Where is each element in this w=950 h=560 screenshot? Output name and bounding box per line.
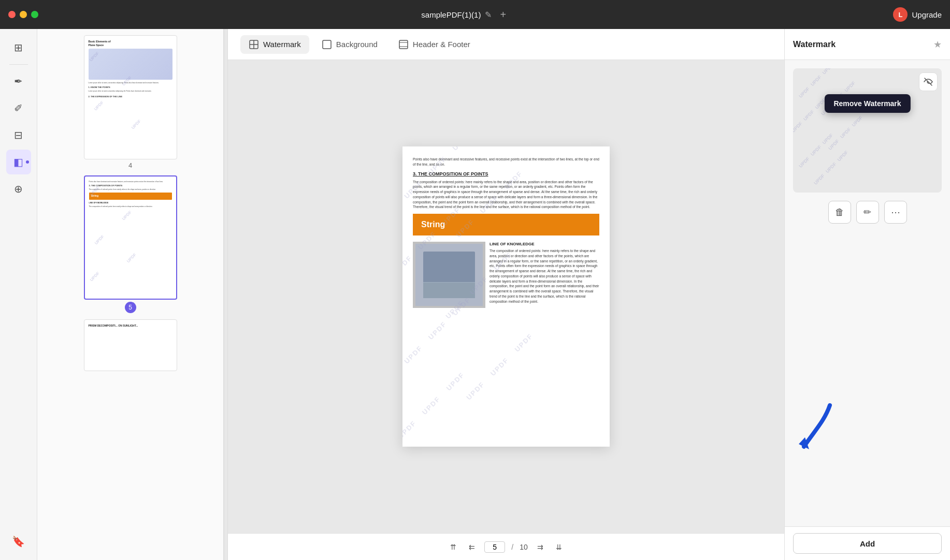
tab-watermark[interactable]: Watermark bbox=[240, 35, 309, 54]
thumbnail-img-5: Points also have dominant and recessive … bbox=[84, 175, 177, 300]
thumbnail-5[interactable]: Points also have dominant and recessive … bbox=[79, 175, 182, 313]
document-title: samplePDF(1)(1) bbox=[421, 10, 481, 19]
pdf-article-title: LINE OF KNOWLEDGE bbox=[490, 242, 599, 246]
user-initial: L bbox=[898, 11, 902, 19]
pdf-two-col: LINE OF KNOWLEDGE The composition of ord… bbox=[413, 242, 599, 308]
prev-page-button[interactable]: ⇇ bbox=[466, 541, 478, 553]
thumbnail-img-4: Basic Elements ofPlane Space Lorem ipsum… bbox=[84, 35, 177, 159]
pdf-col-image bbox=[413, 242, 485, 308]
thumb-content-4: Basic Elements ofPlane Space Lorem ipsum… bbox=[84, 36, 177, 159]
page-separator: / bbox=[511, 543, 513, 551]
maximize-button[interactable] bbox=[31, 11, 38, 18]
thumbnail-img-6: PRISM DECOMPOSITI... ON SUNLIGHT... bbox=[84, 319, 177, 371]
thumbnail-label-4: 4 bbox=[128, 161, 132, 169]
prev-page-icon: ⇇ bbox=[469, 543, 475, 551]
last-page-button[interactable]: ⇊ bbox=[553, 541, 565, 553]
first-page-button[interactable]: ⇈ bbox=[447, 541, 459, 553]
pdf-banner-text: String bbox=[421, 220, 445, 229]
background-tab-icon bbox=[322, 39, 332, 50]
thumbnail-6[interactable]: PRISM DECOMPOSITI... ON SUNLIGHT... bbox=[79, 319, 182, 371]
minimize-button[interactable] bbox=[20, 11, 27, 18]
svg-rect-4 bbox=[399, 40, 408, 49]
thumb-content-6: PRISM DECOMPOSITI... ON SUNLIGHT... bbox=[84, 320, 177, 371]
current-page-input[interactable]: 5 bbox=[484, 541, 505, 553]
delete-watermark-button[interactable]: 🗑 bbox=[828, 201, 851, 224]
next-page-icon: ⇉ bbox=[537, 543, 543, 551]
pagination-bar: ⇈ ⇇ 5 / 10 ⇉ ⇊ bbox=[228, 533, 784, 560]
right-panel: Watermark ★ UPDF UPDF UPDF UPDF UPDF UPD… bbox=[784, 29, 950, 560]
background-tab-label: Background bbox=[336, 40, 378, 49]
right-panel-body: UPDF UPDF UPDF UPDF UPDF UPDF UPDF UPDF … bbox=[785, 60, 950, 526]
more-dots-icon: ⋯ bbox=[891, 207, 900, 218]
tooltip-text: Remove Watermark bbox=[833, 99, 901, 108]
edit-watermark-button[interactable]: ✏ bbox=[856, 201, 879, 224]
tab-header-footer[interactable]: Header & Footer bbox=[390, 35, 479, 54]
upgrade-button[interactable]: L Upgrade bbox=[893, 7, 942, 22]
pdf-col-text: LINE OF KNOWLEDGE The composition of ord… bbox=[490, 242, 599, 308]
watermark-tab-icon bbox=[249, 39, 259, 50]
sidebar-item-watermark[interactable]: ◧ bbox=[6, 150, 31, 174]
pdf-section-title: 3. THE COMPOSITION OF POINTS bbox=[413, 171, 599, 176]
favorite-button[interactable]: ★ bbox=[933, 39, 942, 50]
total-pages: 10 bbox=[520, 543, 528, 551]
next-page-button[interactable]: ⇉ bbox=[534, 541, 546, 553]
left-sidebar: ⊞ ✒ ✐ ⊟ ◧ ⊕ 🔖 bbox=[0, 29, 37, 560]
traffic-lights bbox=[8, 11, 38, 18]
header-footer-tab-icon bbox=[398, 39, 409, 50]
watermark-preview-area: UPDF UPDF UPDF UPDF UPDF UPDF UPDF UPDF … bbox=[793, 68, 942, 193]
sidebar-divider-1 bbox=[9, 64, 28, 65]
active-indicator bbox=[26, 160, 29, 164]
annotate-icon: ✒ bbox=[14, 75, 23, 87]
pdf-article-body: The composition of ordered points: here … bbox=[490, 248, 599, 304]
toolbar: Watermark Background Hea bbox=[228, 29, 784, 60]
more-options-button[interactable]: ⋯ bbox=[884, 201, 907, 224]
eye-slash-button[interactable] bbox=[919, 72, 938, 91]
new-tab-button[interactable]: + bbox=[496, 7, 510, 23]
main-area: ⊞ ✒ ✐ ⊟ ◧ ⊕ 🔖 Basic Elements ofPlan bbox=[0, 29, 950, 560]
thumbnail-label-5: 5 bbox=[125, 302, 136, 313]
add-watermark-button[interactable]: Add bbox=[793, 533, 942, 554]
sidebar-item-annotate[interactable]: ✒ bbox=[6, 69, 31, 94]
blue-arrow-indicator bbox=[783, 400, 840, 459]
thumbnails-icon: ⊞ bbox=[14, 41, 23, 54]
user-avatar: L bbox=[893, 7, 908, 22]
pdf-content: Points also have dominant and recessive … bbox=[413, 157, 599, 308]
layers-icon: ⊕ bbox=[14, 183, 23, 195]
edit-pencil-icon: ✏ bbox=[863, 207, 871, 218]
action-buttons-row: 🗑 ✏ ⋯ bbox=[793, 201, 942, 224]
svg-rect-3 bbox=[323, 40, 331, 49]
tab-background[interactable]: Background bbox=[313, 35, 386, 54]
titlebar: samplePDF(1)(1) ✎ + L Upgrade bbox=[0, 0, 950, 29]
watermark-icon: ◧ bbox=[13, 156, 23, 168]
thumbnail-4[interactable]: Basic Elements ofPlane Space Lorem ipsum… bbox=[79, 35, 182, 169]
close-button[interactable] bbox=[8, 11, 16, 18]
thumb-orange-bar: String bbox=[89, 193, 172, 200]
edit-icon: ✐ bbox=[14, 102, 23, 114]
content-area: Watermark Background Hea bbox=[228, 29, 784, 560]
pdf-intro-text: Points also have dominant and recessive … bbox=[413, 157, 599, 167]
thumb-header-image bbox=[89, 49, 172, 80]
delete-icon: 🗑 bbox=[835, 207, 844, 218]
scroll-divider bbox=[224, 29, 228, 560]
sidebar-item-bookmark[interactable]: 🔖 bbox=[6, 529, 31, 554]
first-page-icon: ⇈ bbox=[450, 543, 456, 551]
tooltip-container: Remove Watermark bbox=[824, 94, 910, 113]
page-view: UPDF UPDF UPDF UPDF UPDF UPDF UPDF UPDF … bbox=[228, 60, 784, 533]
tooltip-box: Remove Watermark bbox=[824, 94, 910, 113]
sidebar-item-organize[interactable]: ⊟ bbox=[6, 123, 31, 148]
thumbnail-panel: Basic Elements ofPlane Space Lorem ipsum… bbox=[37, 29, 224, 560]
thumb-content-5: Points also have dominant and recessive … bbox=[85, 176, 176, 299]
edit-title-icon[interactable]: ✎ bbox=[485, 10, 492, 20]
pdf-section-body: The composition of ordered points: here … bbox=[413, 180, 599, 210]
sidebar-item-thumbnails[interactable]: ⊞ bbox=[6, 35, 31, 60]
svg-rect-10 bbox=[423, 283, 475, 298]
pdf-page: UPDF UPDF UPDF UPDF UPDF UPDF UPDF UPDF … bbox=[402, 146, 610, 447]
organize-icon: ⊟ bbox=[14, 129, 23, 141]
sidebar-item-layers[interactable]: ⊕ bbox=[6, 176, 31, 201]
sidebar-item-edit[interactable]: ✐ bbox=[6, 96, 31, 121]
right-panel-title: Watermark bbox=[793, 40, 836, 49]
watermark-tab-label: Watermark bbox=[263, 40, 301, 49]
last-page-icon: ⇊ bbox=[556, 543, 562, 551]
bookmark-icon: 🔖 bbox=[12, 535, 25, 548]
add-button-container: Add bbox=[785, 526, 950, 560]
